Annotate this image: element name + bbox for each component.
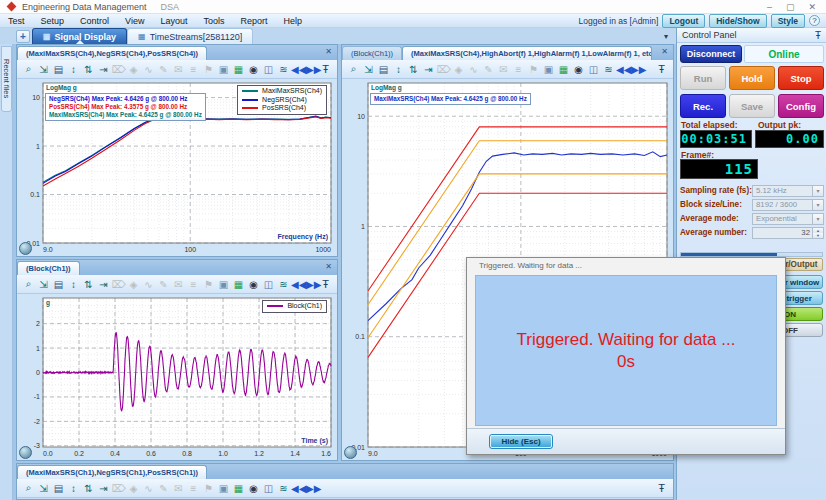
pin-icon[interactable]: Ŧ <box>815 30 821 41</box>
pin-icon[interactable]: Ŧ <box>658 63 669 75</box>
disconnect-button[interactable]: Disconnect <box>680 45 742 63</box>
hold-button[interactable]: Hold <box>729 66 775 90</box>
maximize-icon[interactable]: ▢ <box>786 2 795 12</box>
config-button[interactable]: Config <box>778 94 824 118</box>
menu-tools[interactable]: Tools <box>195 16 232 26</box>
move-cursor-icon[interactable]: ⇥ <box>96 64 111 75</box>
sort-values-icon[interactable]: ⇅ <box>81 64 96 75</box>
note-icon[interactable]: ▣ <box>541 64 556 75</box>
cursor-icon[interactable]: ↕ <box>391 64 406 75</box>
chart-tab[interactable]: (Block(Ch1)) <box>17 261 80 275</box>
spinner-down-icon[interactable]: ▼ <box>813 233 823 238</box>
chart-tab-block[interactable]: (Block(Ch1)) <box>342 46 402 60</box>
close-icon[interactable]: ✕ <box>325 262 332 271</box>
forward-icon[interactable]: ▶▶ <box>306 279 321 290</box>
save-signal-icon[interactable]: ◫ <box>586 64 601 75</box>
time-block-chart[interactable]: 0.00.20.40.60.81.01.21.41.6210-1-2-3Time… <box>17 294 337 460</box>
waterfall-icon[interactable]: ≋ <box>276 64 291 75</box>
zoom-icon[interactable]: ⌕ <box>21 482 36 494</box>
menu-layout[interactable]: Layout <box>152 16 195 26</box>
fit-screen-icon[interactable]: ⇲ <box>36 279 51 290</box>
palette-icon[interactable] <box>19 242 32 255</box>
move-cursor-icon[interactable]: ⇥ <box>96 483 111 494</box>
cursor-icon[interactable]: ↕ <box>66 279 81 290</box>
display-format-icon[interactable]: ▤ <box>51 279 66 290</box>
fit-screen-icon[interactable]: ⇲ <box>36 483 51 494</box>
palette-icon[interactable] <box>344 446 357 459</box>
chart-tab[interactable]: (MaxiMaxSRS(Ch1),NegSRS(Ch1),PosSRS(Ch1)… <box>17 465 207 479</box>
style-button[interactable]: Style <box>771 14 805 28</box>
average-mode-select[interactable]: Exponential ▾ <box>752 213 824 225</box>
menu-control[interactable]: Control <box>72 16 117 26</box>
display-format-icon[interactable]: ▤ <box>51 64 66 75</box>
rewind-icon[interactable]: ◀◀ <box>291 279 306 290</box>
waterfall-icon[interactable]: ≋ <box>276 483 291 494</box>
menu-test[interactable]: Test <box>0 16 33 26</box>
snapshot-icon[interactable]: ◉ <box>571 64 586 75</box>
palette-icon[interactable] <box>19 446 32 459</box>
rewind-icon[interactable]: ◀◀ <box>291 64 306 75</box>
display-format-icon[interactable]: ▤ <box>376 64 391 75</box>
chart-tab[interactable]: (MaxiMaxSRS(Ch4),NegSRS(Ch4),PosSRS(Ch4)… <box>17 46 207 60</box>
tab-timestreams[interactable]: ▦ TimeStreams[2581120] <box>127 28 253 44</box>
save-button[interactable]: Save <box>729 94 775 118</box>
snapshot-icon[interactable]: ◉ <box>246 279 261 290</box>
menu-view[interactable]: View <box>117 16 152 26</box>
chart-tab-profile[interactable]: (MaxiMaxSRS(Ch4),HighAbort(f) 1,HighAlar… <box>402 46 652 60</box>
forward-icon[interactable]: ▶▶ <box>306 483 321 494</box>
average-number-stepper[interactable]: 32 ▲ ▼ <box>752 227 824 239</box>
rewind-icon[interactable]: ◀◀ <box>291 483 306 494</box>
export-excel-icon[interactable]: ▦ <box>231 64 246 75</box>
note-icon[interactable]: ▣ <box>216 279 231 290</box>
save-signal-icon[interactable]: ◫ <box>261 279 276 290</box>
run-button[interactable]: Run <box>680 66 726 90</box>
move-cursor-icon[interactable]: ⇥ <box>421 64 436 75</box>
export-excel-icon[interactable]: ▦ <box>231 483 246 494</box>
srs-result-chart[interactable]: 9.010010001010.10.01Frequency (Hz) <box>17 79 337 256</box>
snapshot-icon[interactable]: ◉ <box>246 64 261 75</box>
close-icon[interactable]: ✕ <box>661 47 668 56</box>
display-format-icon[interactable]: ▤ <box>51 483 66 494</box>
block-size-select[interactable]: 8192 / 3600 ▾ <box>752 199 824 211</box>
logout-button[interactable]: Logout <box>662 14 705 28</box>
zoom-icon[interactable]: ⌕ <box>21 63 36 75</box>
forward-icon[interactable]: ▶▶ <box>631 64 646 75</box>
menu-report[interactable]: Report <box>232 16 275 26</box>
menu-setup[interactable]: Setup <box>33 16 73 26</box>
zoom-icon[interactable]: ⌕ <box>346 63 361 75</box>
rewind-icon[interactable]: ◀◀ <box>616 64 631 75</box>
waterfall-icon[interactable]: ≋ <box>601 64 616 75</box>
pin-icon[interactable]: Ŧ <box>322 63 333 75</box>
sort-values-icon[interactable]: ⇅ <box>81 483 96 494</box>
move-cursor-icon[interactable]: ⇥ <box>96 279 111 290</box>
add-tab-button[interactable]: + <box>16 30 30 43</box>
cursor-icon[interactable]: ↕ <box>66 64 81 75</box>
note-icon[interactable]: ▣ <box>216 483 231 494</box>
sort-values-icon[interactable]: ⇅ <box>406 64 421 75</box>
export-excel-icon[interactable]: ▦ <box>231 279 246 290</box>
save-signal-icon[interactable]: ◫ <box>261 64 276 75</box>
note-icon[interactable]: ▣ <box>216 64 231 75</box>
snapshot-icon[interactable]: ◉ <box>246 483 261 494</box>
fit-screen-icon[interactable]: ⇲ <box>361 64 376 75</box>
menu-help[interactable]: Help <box>275 16 310 26</box>
zoom-icon[interactable]: ⌕ <box>21 278 36 290</box>
pin-icon[interactable]: Ŧ <box>322 278 333 290</box>
minimize-icon[interactable]: – <box>767 2 772 12</box>
export-excel-icon[interactable]: ▦ <box>556 64 571 75</box>
close-icon[interactable]: ✕ <box>325 47 332 56</box>
stop-button[interactable]: Stop <box>778 66 824 90</box>
rec-button[interactable]: Rec. <box>680 94 726 118</box>
fit-screen-icon[interactable]: ⇲ <box>36 64 51 75</box>
hide-show-button[interactable]: Hide/Show <box>709 14 766 28</box>
pin-icon[interactable]: Ŧ <box>658 482 669 494</box>
hide-esc-button[interactable]: Hide (Esc) <box>489 434 553 449</box>
tab-signal-display[interactable]: ▦ Signal Display <box>32 28 127 44</box>
recent-files-tab[interactable]: Recent files <box>1 46 12 112</box>
help-icon[interactable]: ? <box>809 15 820 26</box>
tab-overflow-icon[interactable]: ▾ <box>664 32 668 41</box>
cursor-icon[interactable]: ↕ <box>66 483 81 494</box>
sampling-rate-select[interactable]: 5.12 kHz ▾ <box>752 185 824 197</box>
close-icon[interactable]: ✕ <box>808 2 816 12</box>
waterfall-icon[interactable]: ≋ <box>276 279 291 290</box>
